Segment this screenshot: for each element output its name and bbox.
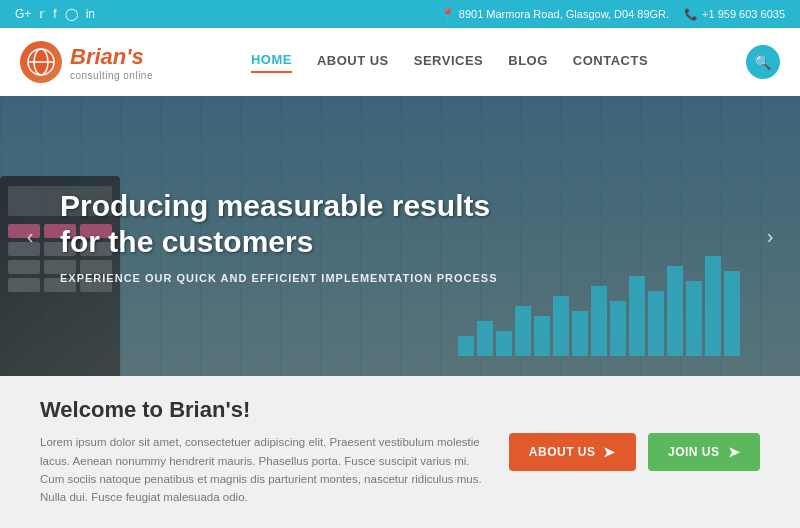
address-text: 8901 Marmora Road, Glasgow, D04 89GR. (459, 8, 669, 20)
social-link-circle[interactable]: ◯ (65, 7, 78, 21)
phone-info: 📞 +1 959 603 6035 (684, 8, 785, 21)
social-link-facebook[interactable]: f (53, 7, 56, 21)
hero-subtitle: EXPERIENCE OUR QUICK AND EFFICIENT IMPLE… (60, 272, 520, 284)
about-us-button[interactable]: ABOUT US ➤ (509, 433, 636, 471)
phone-icon: 📞 (684, 8, 698, 21)
logo: Brian's consulting online (20, 41, 153, 83)
chevron-left-icon: ‹ (27, 225, 34, 248)
navbar: Brian's consulting online HOME ABOUT US … (0, 28, 800, 96)
contact-info: 📍 8901 Marmora Road, Glasgow, D04 89GR. … (441, 8, 785, 21)
brand-name: Brian's (70, 44, 153, 70)
nav-contacts[interactable]: CONTACTS (573, 53, 648, 72)
join-us-label: JOIN US (668, 445, 720, 459)
hero-content: Producing measurable results for the cus… (0, 158, 580, 314)
nav-blog[interactable]: BLOG (508, 53, 548, 72)
top-bar: G+ 𝕣 f ◯ in 📍 8901 Marmora Road, Glasgow… (0, 0, 800, 28)
search-icon: 🔍 (754, 54, 771, 70)
social-links: G+ 𝕣 f ◯ in (15, 7, 95, 21)
join-us-button[interactable]: JOIN US ➤ (648, 433, 760, 471)
hero-title: Producing measurable results for the cus… (60, 188, 520, 260)
nav-home[interactable]: HOME (251, 52, 292, 73)
welcome-section: Welcome to Brian's! Lorem ipsum dolor si… (0, 376, 800, 528)
hero-next-button[interactable]: › (755, 221, 785, 251)
arrow-right-icon-join: ➤ (728, 444, 741, 460)
search-button[interactable]: 🔍 (746, 45, 780, 79)
welcome-text: Welcome to Brian's! Lorem ipsum dolor si… (40, 397, 490, 507)
nav-links: HOME ABOUT US SERVICES BLOG CONTACTS (251, 52, 648, 73)
nav-services[interactable]: SERVICES (414, 53, 484, 72)
chevron-right-icon: › (767, 225, 774, 248)
about-us-label: ABOUT US (529, 445, 596, 459)
arrow-right-icon: ➤ (603, 444, 616, 460)
welcome-buttons: ABOUT US ➤ JOIN US ➤ (509, 433, 760, 471)
social-link-linkedin[interactable]: in (86, 7, 95, 21)
phone-text: +1 959 603 6035 (702, 8, 785, 20)
location-icon: 📍 (441, 8, 455, 21)
hero-section: ‹ Producing measurable results for the c… (0, 96, 800, 376)
globe-icon (27, 48, 55, 76)
social-link-twitter[interactable]: 𝕣 (39, 7, 45, 21)
hero-prev-button[interactable]: ‹ (15, 221, 45, 251)
welcome-body: Lorem ipsum dolor sit amet, consectetuer… (40, 433, 490, 507)
nav-about[interactable]: ABOUT US (317, 53, 389, 72)
logo-icon (20, 41, 62, 83)
brand-sub: consulting online (70, 70, 153, 81)
social-link-gplus[interactable]: G+ (15, 7, 31, 21)
address-info: 📍 8901 Marmora Road, Glasgow, D04 89GR. (441, 8, 669, 21)
logo-text: Brian's consulting online (70, 44, 153, 81)
welcome-title: Welcome to Brian's! (40, 397, 490, 423)
